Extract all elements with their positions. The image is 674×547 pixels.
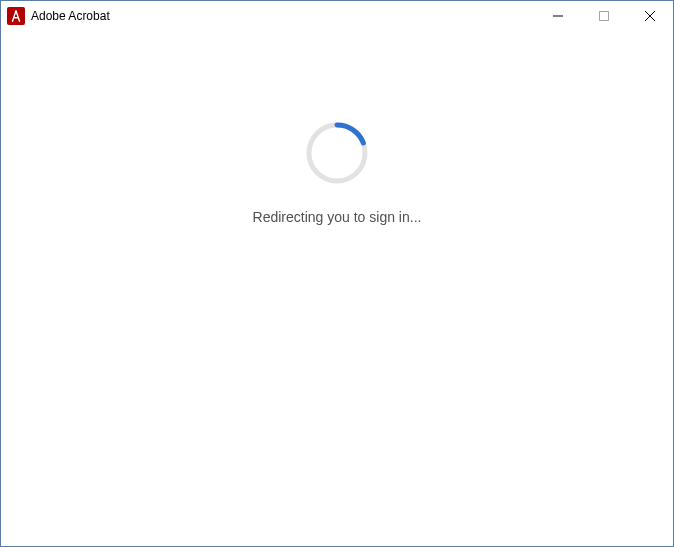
close-button[interactable] [627,1,673,31]
content-area: Redirecting you to sign in... [1,31,673,546]
maximize-button [581,1,627,31]
loading-spinner [305,121,369,185]
window-controls [535,1,673,31]
minimize-button[interactable] [535,1,581,31]
svg-rect-1 [600,12,609,21]
maximize-icon [599,11,609,21]
spinner-icon [305,121,369,185]
minimize-icon [553,11,563,21]
app-window: Adobe Acrobat [0,0,674,547]
close-icon [645,11,655,21]
titlebar-left: Adobe Acrobat [1,7,110,25]
status-text: Redirecting you to sign in... [253,209,422,225]
window-title: Adobe Acrobat [31,9,110,23]
acrobat-icon [7,7,25,25]
titlebar: Adobe Acrobat [1,1,673,31]
